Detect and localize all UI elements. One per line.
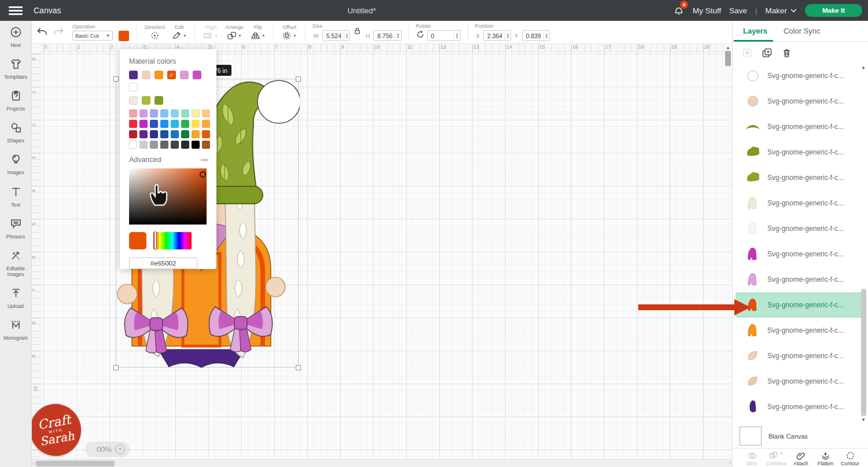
hue-slider[interactable] bbox=[153, 232, 192, 249]
palette-color-swatch[interactable] bbox=[150, 109, 158, 117]
position-y-input[interactable]: 0.839 ▲▼ bbox=[522, 30, 550, 41]
scroll-up-icon[interactable]: ▲ bbox=[726, 45, 730, 50]
layer-item[interactable]: Svg-gnome-generic-f-c... bbox=[733, 190, 868, 216]
height-stepper[interactable]: ▲▼ bbox=[395, 31, 400, 41]
redo-icon[interactable] bbox=[53, 27, 64, 37]
layer-item[interactable]: Svg-gnome-generic-f-c... bbox=[733, 267, 868, 292]
sidebar-item-templates[interactable]: Templates bbox=[0, 53, 31, 84]
material-color-swatch[interactable]: ✓ bbox=[167, 71, 176, 79]
sidebar-item-upload[interactable]: Upload bbox=[0, 282, 31, 314]
hamburger-menu-icon[interactable] bbox=[0, 0, 31, 21]
undo-icon[interactable] bbox=[36, 27, 47, 37]
layer-item[interactable]: Svg-gnome-generic-f-c... bbox=[733, 89, 868, 114]
notifications-bell-icon[interactable]: 4 bbox=[673, 5, 685, 16]
material-color-swatch[interactable] bbox=[180, 71, 189, 79]
list-scrollbar-thumb[interactable] bbox=[861, 289, 866, 416]
palette-color-swatch[interactable] bbox=[171, 120, 179, 128]
palette-color-swatch[interactable] bbox=[160, 120, 168, 128]
sidebar-item-images[interactable]: Images bbox=[0, 148, 31, 180]
palette-color-swatch[interactable] bbox=[181, 109, 189, 117]
collapse-advanced-button[interactable]: — bbox=[201, 158, 208, 161]
material-color-swatch[interactable] bbox=[193, 71, 201, 79]
sidebar-item-phrases[interactable]: Phrases bbox=[0, 212, 31, 244]
machine-select[interactable]: Maker bbox=[765, 6, 797, 15]
layer-item[interactable]: Svg-gnome-generic-f-c... bbox=[733, 139, 868, 165]
layer-item[interactable]: Svg-gnome-generic-f-c... bbox=[733, 318, 868, 343]
palette-color-swatch[interactable] bbox=[150, 141, 158, 149]
tab-layers[interactable]: Layers bbox=[743, 21, 767, 42]
palette-color-swatch[interactable] bbox=[160, 130, 168, 138]
layer-item[interactable]: Svg-gnome-generic-f-c... bbox=[733, 241, 868, 267]
palette-color-swatch[interactable] bbox=[202, 130, 210, 138]
palette-color-swatch[interactable] bbox=[181, 141, 189, 149]
palette-color-swatch[interactable] bbox=[192, 109, 200, 117]
palette-color-swatch[interactable] bbox=[171, 130, 179, 138]
rotate-stepper[interactable]: ▲▼ bbox=[454, 31, 459, 41]
selection-handle-bottom-right[interactable] bbox=[296, 365, 301, 370]
sidebar-item-editable-images[interactable]: Editable Images bbox=[0, 244, 31, 282]
position-x-input[interactable]: 2.364 ▲▼ bbox=[483, 30, 511, 41]
sidebar-item-projects[interactable]: Projects bbox=[0, 84, 31, 116]
flatten-button[interactable]: Flatten bbox=[814, 451, 838, 466]
palette-color-swatch[interactable] bbox=[129, 130, 137, 138]
palette-color-swatch[interactable] bbox=[129, 120, 137, 128]
palette-color-swatch[interactable] bbox=[181, 130, 189, 138]
tab-color-sync[interactable]: Color Sync bbox=[784, 21, 821, 42]
palette-color-swatch[interactable] bbox=[139, 141, 148, 149]
operation-select[interactable]: Basic Cut▼ bbox=[72, 31, 113, 41]
material-color-swatch[interactable] bbox=[155, 71, 163, 79]
blank-canvas-row[interactable]: Blank Canvas bbox=[733, 424, 868, 448]
sidebar-item-new[interactable]: New bbox=[0, 21, 31, 53]
layer-item[interactable]: Svg-gnome-generic-f-c... bbox=[733, 63, 868, 89]
position-x-stepper[interactable]: ▲▼ bbox=[505, 31, 510, 41]
palette-color-swatch[interactable] bbox=[192, 130, 200, 138]
width-stepper[interactable]: ▲▼ bbox=[344, 31, 350, 41]
palette-color-swatch[interactable] bbox=[139, 120, 148, 128]
layer-item[interactable]: Svg-gnome-generic-f-c... bbox=[733, 369, 868, 394]
palette-color-swatch[interactable] bbox=[160, 141, 168, 149]
palette-color-swatch[interactable] bbox=[171, 141, 179, 149]
list-scroll-down-icon[interactable]: ▼ bbox=[861, 417, 866, 422]
width-input[interactable]: 5.524 ▲▼ bbox=[322, 30, 350, 41]
scroll-left-icon[interactable]: ‹ bbox=[33, 460, 35, 466]
zoom-in-button[interactable]: + bbox=[115, 444, 125, 454]
palette-color-swatch[interactable] bbox=[129, 109, 137, 117]
layer-item[interactable]: Svg-gnome-generic-f-c... bbox=[733, 343, 868, 369]
layer-item[interactable]: Svg-gnome-generic-f-c... bbox=[735, 292, 865, 318]
palette-color-swatch[interactable] bbox=[202, 120, 210, 128]
rotate-input[interactable]: 0 ▲▼ bbox=[427, 30, 461, 41]
contour-button[interactable]: Contour bbox=[838, 451, 862, 466]
height-input[interactable]: 8.756 ▲▼ bbox=[373, 30, 401, 41]
position-y-stepper[interactable]: ▲▼ bbox=[543, 31, 549, 41]
palette-color-swatch[interactable] bbox=[150, 130, 158, 138]
list-scroll-up-icon[interactable]: ▲ bbox=[861, 65, 866, 70]
vertical-scrollbar-thumb[interactable] bbox=[725, 51, 731, 66]
hue-slider-handle[interactable] bbox=[154, 231, 157, 250]
material-color-swatch[interactable] bbox=[142, 71, 150, 79]
palette-color-swatch[interactable] bbox=[181, 120, 189, 128]
palette-color-swatch[interactable] bbox=[171, 109, 179, 117]
saturation-brightness-gradient[interactable] bbox=[129, 168, 207, 225]
gradient-selector-ring[interactable] bbox=[200, 171, 206, 178]
palette-color-swatch[interactable] bbox=[192, 141, 200, 149]
palette-color-swatch[interactable] bbox=[139, 109, 148, 117]
horizontal-scrollbar[interactable]: ‹ › bbox=[32, 459, 732, 467]
deselect-button[interactable]: Deselect bbox=[141, 24, 168, 40]
selection-handle-top-left[interactable] bbox=[113, 76, 119, 82]
palette-color-swatch[interactable] bbox=[129, 141, 137, 149]
rotate-icon[interactable] bbox=[416, 30, 425, 41]
material-color-swatch[interactable] bbox=[129, 96, 138, 105]
material-color-swatch[interactable] bbox=[155, 96, 163, 105]
layer-color-swatch[interactable] bbox=[119, 31, 129, 41]
zoom-control[interactable]: 00% + bbox=[85, 442, 130, 457]
layer-item[interactable]: Svg-gnome-generic-f-c... bbox=[733, 114, 868, 139]
lock-aspect-icon[interactable] bbox=[354, 27, 361, 37]
my-stuff-link[interactable]: My Stuff bbox=[693, 6, 721, 15]
palette-color-swatch[interactable] bbox=[202, 141, 210, 149]
selection-handle-top-right[interactable] bbox=[296, 76, 301, 82]
scroll-right-icon[interactable]: › bbox=[729, 460, 731, 466]
edit-button[interactable]: Edit ▼ bbox=[168, 24, 190, 40]
horizontal-scrollbar-thumb[interactable] bbox=[36, 461, 115, 466]
duplicate-icon[interactable] bbox=[762, 47, 773, 58]
hex-color-input[interactable] bbox=[129, 258, 197, 269]
